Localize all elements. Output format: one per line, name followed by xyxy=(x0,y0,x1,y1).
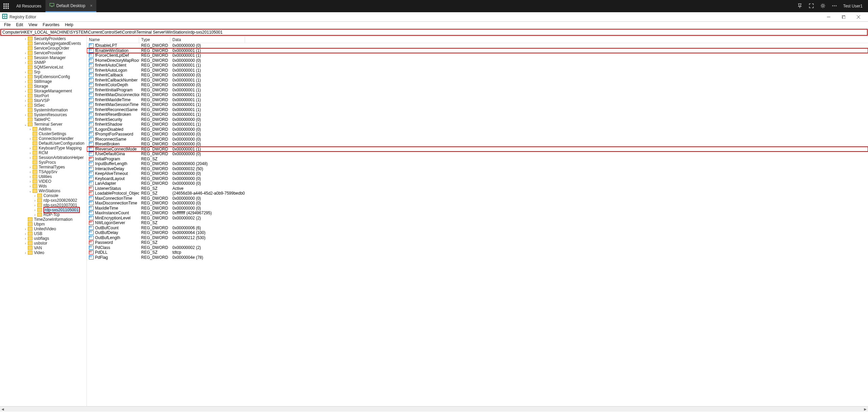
tree-item[interactable]: ›UnitedVideo xyxy=(0,227,87,231)
tree-item[interactable]: ›SrpExtensionConfig xyxy=(0,74,87,79)
value-row[interactable]: fInheritShadowREG_DWORD0x00000001 (1) xyxy=(87,122,868,127)
value-row[interactable]: OutBufLengthREG_DWORD0x00000212 (530) xyxy=(87,235,868,240)
expander-icon[interactable]: › xyxy=(23,227,28,231)
tree-item[interactable]: ›StorVSP xyxy=(0,98,87,103)
expander-icon[interactable]: › xyxy=(23,37,28,41)
value-row[interactable]: fLogonDisabledREG_DWORD0x00000000 (0) xyxy=(87,127,868,132)
tree-item[interactable]: ›KeyboardType Mapping xyxy=(0,146,87,150)
value-row[interactable]: fInheritCallbackREG_DWORD0x00000000 (0) xyxy=(87,73,868,78)
expander-icon[interactable]: › xyxy=(23,113,28,117)
tree-item[interactable]: ›ConnectionHandler xyxy=(0,136,87,141)
value-row[interactable]: OutBufDelayREG_DWORD0x00000064 (100) xyxy=(87,230,868,235)
value-row[interactable]: InputBufferLengthREG_DWORD0x00000800 (20… xyxy=(87,161,868,166)
value-row[interactable]: fResetBrokenREG_DWORD0x00000000 (0) xyxy=(87,142,868,147)
value-row[interactable]: InteractiveDelayREG_DWORD0x00000032 (50) xyxy=(87,166,868,172)
tree-item[interactable]: ›usbstor xyxy=(0,241,87,246)
expander-icon[interactable]: › xyxy=(23,99,28,103)
tree-item[interactable]: ›Utilities xyxy=(0,174,87,179)
expander-icon[interactable]: ⌄ xyxy=(23,123,28,126)
tree-item[interactable]: ›rdp-sxs201105001 xyxy=(0,208,87,212)
fullscreen-icon[interactable] xyxy=(809,3,814,10)
tab-all-resources[interactable]: All Resources xyxy=(12,0,45,12)
value-row[interactable]: MinEncryptionLevelREG_DWORD0x00000002 (2… xyxy=(87,216,868,221)
expander-icon[interactable]: › xyxy=(33,194,37,198)
menu-help[interactable]: Help xyxy=(62,22,76,28)
expander-icon[interactable]: › xyxy=(23,61,28,65)
expander-icon[interactable]: › xyxy=(28,175,33,179)
tree-item[interactable]: ›ServiceProvider xyxy=(0,51,87,55)
tree-item[interactable]: ›Wds xyxy=(0,184,87,188)
expander-icon[interactable]: › xyxy=(28,127,33,131)
tree-item[interactable]: ServiceGroupOrder xyxy=(0,46,87,51)
tree-item[interactable]: ›SecurityProviders xyxy=(0,36,87,41)
value-row[interactable]: KeepAliveTimeoutREG_DWORD0x00000000 (0) xyxy=(87,171,868,176)
value-row[interactable]: MaxConnectionTimeREG_DWORD0x00000000 (0) xyxy=(87,196,868,201)
tree-item[interactable]: TabletPC xyxy=(0,117,87,122)
expander-icon[interactable]: › xyxy=(23,75,28,79)
menu-favorites[interactable]: Favorites xyxy=(40,22,62,28)
tree-pane[interactable]: ›SecurityProvidersServiceAggregatedEvent… xyxy=(0,36,87,406)
expander-icon[interactable]: › xyxy=(23,94,28,98)
tree-item[interactable]: VAN xyxy=(0,246,87,250)
value-row[interactable]: LoadableProtocol_ObjectREG_SZ{24656d38-a… xyxy=(87,191,868,196)
expander-icon[interactable]: › xyxy=(23,104,28,107)
value-row[interactable]: NWLogonServerREG_SZ xyxy=(87,220,868,226)
tree-item[interactable]: ›USB xyxy=(0,231,87,236)
minimize-button[interactable] xyxy=(821,12,836,22)
tree-item[interactable]: ›RDP-Tcp xyxy=(0,212,87,217)
value-row[interactable]: fForceClientLptDefREG_DWORD0x00000001 (1… xyxy=(87,53,868,58)
tree-item[interactable]: ›RCM xyxy=(0,150,87,155)
tree-item[interactable]: ›StorageManagement xyxy=(0,89,87,93)
tree-item[interactable]: ›Srp xyxy=(0,70,87,74)
expander-icon[interactable]: › xyxy=(28,184,33,188)
more-icon[interactable] xyxy=(832,3,837,10)
col-data[interactable]: Data xyxy=(170,37,245,43)
tree-item[interactable]: DefaultUserConfiguration xyxy=(0,141,87,146)
close-button[interactable] xyxy=(851,12,866,22)
value-row[interactable]: fInheritCallbackNumberREG_DWORD0x0000000… xyxy=(87,78,868,83)
expander-icon[interactable]: › xyxy=(28,170,33,174)
value-row[interactable]: fPromptForPasswordREG_DWORD0x00000000 (0… xyxy=(87,132,868,137)
value-row[interactable]: fInheritAutoLogonREG_DWORD0x00000001 (1) xyxy=(87,68,868,73)
value-row[interactable]: PasswordREG_SZ xyxy=(87,240,868,245)
expander-icon[interactable]: › xyxy=(23,70,28,74)
value-row[interactable]: MaxIdleTimeREG_DWORD0x00000000 (0) xyxy=(87,206,868,211)
value-row[interactable]: fReverseConnectModeREG_DWORD0x00000001 (… xyxy=(87,147,868,152)
col-name[interactable]: Name xyxy=(87,37,139,43)
value-row[interactable]: fInheritColorDepthREG_DWORD0x00000000 (0… xyxy=(87,83,868,88)
scroll-right-icon[interactable]: ► xyxy=(863,407,868,412)
menu-file[interactable]: File xyxy=(1,22,13,28)
maximize-button[interactable] xyxy=(836,12,851,22)
expander-icon[interactable]: › xyxy=(28,146,33,150)
tab-default-desktop[interactable]: Default Desktop × xyxy=(45,0,96,12)
value-row[interactable]: fInheritResetBrokenREG_DWORD0x00000001 (… xyxy=(87,112,868,117)
tree-item[interactable]: ›AddIns xyxy=(0,127,87,131)
expander-icon[interactable]: › xyxy=(28,151,33,155)
tree-item[interactable]: ›TerminalTypes xyxy=(0,165,87,169)
value-row[interactable]: fInheritMaxDisconnectionTimeREG_DWORD0x0… xyxy=(87,92,868,97)
value-row[interactable]: PdFlagREG_DWORD0x0000004e (78) xyxy=(87,255,868,260)
value-row[interactable]: fInheritSecurityREG_DWORD0x00000000 (0) xyxy=(87,117,868,122)
value-row[interactable]: fReconnectSameREG_DWORD0x00000000 (0) xyxy=(87,137,868,142)
tree-item[interactable]: ClusterSettings xyxy=(0,131,87,136)
tree-item[interactable]: TimeZoneInformation xyxy=(0,217,87,222)
tree-item[interactable]: ›TSAppSrv xyxy=(0,169,87,174)
expander-icon[interactable]: › xyxy=(33,213,37,217)
value-row[interactable]: fDisableLPTREG_DWORD0x00000000 (0) xyxy=(87,43,868,48)
expander-icon[interactable]: › xyxy=(33,199,37,202)
value-row[interactable]: fInheritInitialProgramREG_DWORD0x0000000… xyxy=(87,88,868,93)
col-type[interactable]: Type xyxy=(139,37,170,43)
value-row[interactable]: fInheritReconnectSameREG_DWORD0x00000001… xyxy=(87,107,868,112)
expander-icon[interactable]: ⌄ xyxy=(28,189,33,193)
expander-icon[interactable]: › xyxy=(28,137,33,141)
tree-item[interactable]: Ubpm xyxy=(0,222,87,227)
value-row[interactable]: fEnableWinStationREG_DWORD0x00000001 (1) xyxy=(87,48,868,53)
tree-item[interactable]: ›StSec xyxy=(0,103,87,108)
horizontal-scrollbar[interactable]: ◄ ► xyxy=(0,406,868,412)
value-row[interactable]: PdClassREG_DWORD0x00000002 (2) xyxy=(87,245,868,250)
value-row[interactable]: ListenerStatusREG_SZActive xyxy=(87,186,868,191)
tree-item[interactable]: SysProcs xyxy=(0,160,87,165)
values-pane[interactable]: Name Type Data fDisableLPTREG_DWORD0x000… xyxy=(87,36,868,406)
expander-icon[interactable]: › xyxy=(23,241,28,245)
tree-item[interactable]: ›Session Manager xyxy=(0,55,87,60)
